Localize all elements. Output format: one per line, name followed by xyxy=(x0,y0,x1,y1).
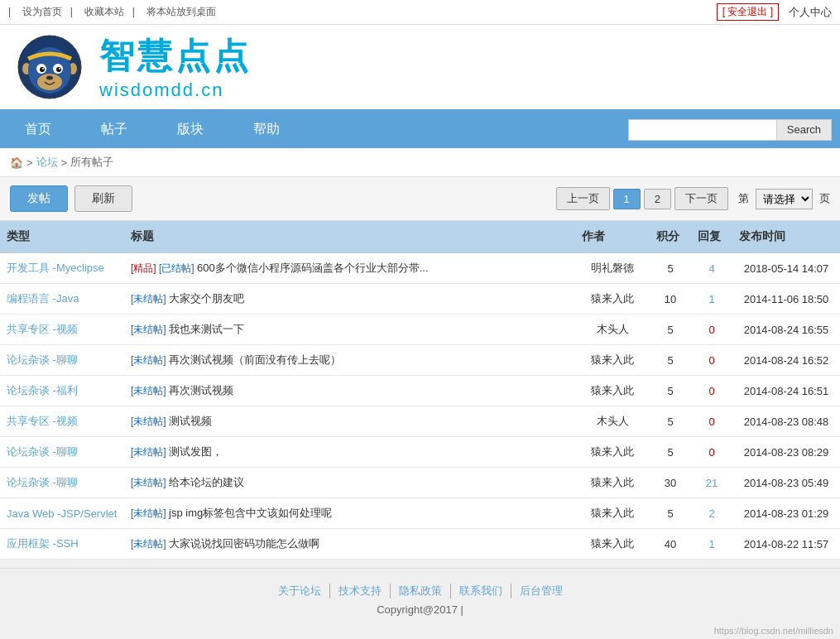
top-bar: | 设为首页 | 收藏本站 | 将本站放到桌面 [ 安全退出 ] 个人中心 xyxy=(0,0,840,25)
post-title-link[interactable]: 测试发图， xyxy=(169,445,223,458)
search-button[interactable]: Search xyxy=(777,119,832,141)
footer: 关于论坛 技术支持 隐私政策 联系我们 后台管理 Copyright@2017 … xyxy=(0,568,840,624)
navigation-bar: 首页 帖子 版块 帮助 Search xyxy=(0,111,840,148)
post-tag: [未结帖] xyxy=(131,293,169,305)
header: 智慧点点 wisdomdd.cn xyxy=(0,25,840,111)
type-link[interactable]: 应用框架 -SSH xyxy=(7,537,79,550)
post-title-link[interactable]: 再次测试视频（前面没有传上去呢） xyxy=(169,353,341,366)
cell-title: [未结帖] 测试视频 xyxy=(124,406,575,437)
set-home-link[interactable]: 设为首页 xyxy=(22,6,62,17)
separator: | xyxy=(132,6,135,17)
type-link[interactable]: Java Web -JSP/Servlet xyxy=(7,507,117,520)
nav-home[interactable]: 首页 xyxy=(0,111,76,148)
breadcrumb: 🏠 > 论坛 > 所有帖子 xyxy=(0,148,840,177)
nav-posts[interactable]: 帖子 xyxy=(76,111,152,148)
page-1-button[interactable]: 1 xyxy=(613,189,641,209)
svg-point-13 xyxy=(46,76,53,80)
type-link[interactable]: 共享专区 -视频 xyxy=(7,323,78,335)
post-tag: [未结帖] xyxy=(131,324,169,335)
table-row: 应用框架 -SSH[未结帖] 大家说说找回密码功能怎么做啊猿来入此4012014… xyxy=(0,529,840,560)
svg-point-9 xyxy=(40,67,45,72)
type-link[interactable]: 论坛杂谈 -聊聊 xyxy=(7,476,78,488)
cell-type: 论坛杂谈 -聊聊 xyxy=(0,437,124,468)
prev-page-button[interactable]: 上一页 xyxy=(556,187,610,210)
post-title-link[interactable]: 大家说说找回密码功能怎么做啊 xyxy=(169,537,319,550)
post-tag: [未结帖] xyxy=(131,538,169,550)
to-desktop-link[interactable]: 将本站放到桌面 xyxy=(146,6,216,17)
post-tag: [未结帖] xyxy=(131,507,169,519)
type-link[interactable]: 共享专区 -视频 xyxy=(7,415,78,427)
cell-author: 猿来入此 xyxy=(575,529,650,560)
table-row: 共享专区 -视频[未结帖] 我也来测试一下木头人502014-08-24 16:… xyxy=(0,315,840,345)
cell-type: 论坛杂谈 -聊聊 xyxy=(0,468,124,498)
footer-support[interactable]: 技术支持 xyxy=(330,584,391,598)
page-select[interactable]: 请选择 1 2 xyxy=(756,189,813,209)
breadcrumb-current: 所有帖子 xyxy=(70,155,113,170)
cell-type: 论坛杂谈 -福利 xyxy=(0,376,124,406)
type-link[interactable]: 论坛杂谈 -福利 xyxy=(7,384,78,396)
post-title-link[interactable]: 给本论坛的建议 xyxy=(169,476,244,488)
nav-help[interactable]: 帮助 xyxy=(228,111,305,148)
search-input[interactable] xyxy=(628,119,777,141)
post-tag: [未结帖] xyxy=(131,354,169,366)
cell-author: 木头人 xyxy=(575,315,650,345)
type-link[interactable]: 论坛杂谈 -聊聊 xyxy=(7,445,78,458)
cell-title: [未结帖] jsp img标签包含中文该如何处理呢 xyxy=(124,498,575,529)
cell-title: [未结帖] 测试发图， xyxy=(124,437,575,468)
cell-reply: 0 xyxy=(691,406,732,437)
page-2-button[interactable]: 2 xyxy=(644,189,671,209)
posts-table: 类型 标题 作者 积分 回复 发布时间 开发工具 -Myeclipse[精品] … xyxy=(0,221,840,560)
footer-about[interactable]: 关于论坛 xyxy=(270,584,330,598)
table-row: 共享专区 -视频[未结帖] 测试视频木头人502014-08-23 08:48 xyxy=(0,406,840,437)
post-title-link[interactable]: 我也来测试一下 xyxy=(169,323,244,335)
cell-score: 10 xyxy=(650,284,691,315)
cell-reply: 2 xyxy=(691,498,732,529)
breadcrumb-forum[interactable]: 论坛 xyxy=(36,155,58,170)
cell-author: 猿来入此 xyxy=(575,284,650,315)
post-title-link[interactable]: 600多个微信小程序源码涵盖各个行业大部分带... xyxy=(197,262,429,274)
type-link[interactable]: 开发工具 -Myeclipse xyxy=(7,262,104,274)
cell-date: 2014-08-23 01:29 xyxy=(732,498,840,529)
cell-title: [未结帖] 我也来测试一下 xyxy=(124,315,575,345)
cell-author: 猿来入此 xyxy=(575,437,650,468)
cell-score: 5 xyxy=(650,253,691,284)
site-url: wisdomdd.cn xyxy=(99,79,252,101)
post-button[interactable]: 发帖 xyxy=(10,185,68,212)
cell-author: 明礼磐德 xyxy=(575,253,650,284)
collect-link[interactable]: 收藏本站 xyxy=(84,6,124,17)
footer-privacy[interactable]: 隐私政策 xyxy=(391,584,451,598)
cell-reply: 0 xyxy=(691,345,732,376)
next-page-button[interactable]: 下一页 xyxy=(674,187,728,210)
cell-type: 编程语言 -Java xyxy=(0,284,124,315)
col-header-score: 积分 xyxy=(650,221,691,253)
home-icon[interactable]: 🏠 xyxy=(10,156,23,169)
refresh-button[interactable]: 刷新 xyxy=(74,185,132,212)
cell-date: 2014-08-23 08:48 xyxy=(732,406,840,437)
table-row: 论坛杂谈 -聊聊[未结帖] 测试发图，猿来入此502014-08-23 08:2… xyxy=(0,437,840,468)
cell-title: [未结帖] 大家交个朋友吧 xyxy=(124,284,575,315)
post-title-link[interactable]: jsp img标签包含中文该如何处理呢 xyxy=(169,507,332,519)
personal-center-link[interactable]: 个人中心 xyxy=(789,5,832,20)
cell-score: 5 xyxy=(650,345,691,376)
cell-title: [精品] [已结帖] 600多个微信小程序源码涵盖各个行业大部分带... xyxy=(124,253,575,284)
footer-contact[interactable]: 联系我们 xyxy=(451,584,511,598)
cell-reply: 0 xyxy=(691,315,732,345)
post-title-link[interactable]: 再次测试视频 xyxy=(169,384,233,396)
footer-admin[interactable]: 后台管理 xyxy=(511,584,571,598)
cell-date: 2014-08-24 16:55 xyxy=(732,315,840,345)
post-tag2: [已结帖] xyxy=(159,262,197,274)
logout-button[interactable]: [ 安全退出 ] xyxy=(717,3,779,21)
cell-date: 2018-05-14 14:07 xyxy=(732,253,840,284)
nav-sections[interactable]: 版块 xyxy=(152,111,228,148)
type-link[interactable]: 编程语言 -Java xyxy=(7,292,79,305)
post-title-link[interactable]: 测试视频 xyxy=(169,415,212,427)
cell-title: [未结帖] 大家说说找回密码功能怎么做啊 xyxy=(124,529,575,560)
post-tag: [未结帖] xyxy=(131,477,169,488)
page-unit: 页 xyxy=(819,191,830,206)
separator: | xyxy=(70,6,73,17)
cell-date: 2014-08-23 05:49 xyxy=(732,468,840,498)
type-link[interactable]: 论坛杂谈 -聊聊 xyxy=(7,353,78,366)
cell-title: [未结帖] 再次测试视频（前面没有传上去呢） xyxy=(124,345,575,376)
page-label: 第 xyxy=(738,191,749,206)
post-title-link[interactable]: 大家交个朋友吧 xyxy=(169,292,244,305)
